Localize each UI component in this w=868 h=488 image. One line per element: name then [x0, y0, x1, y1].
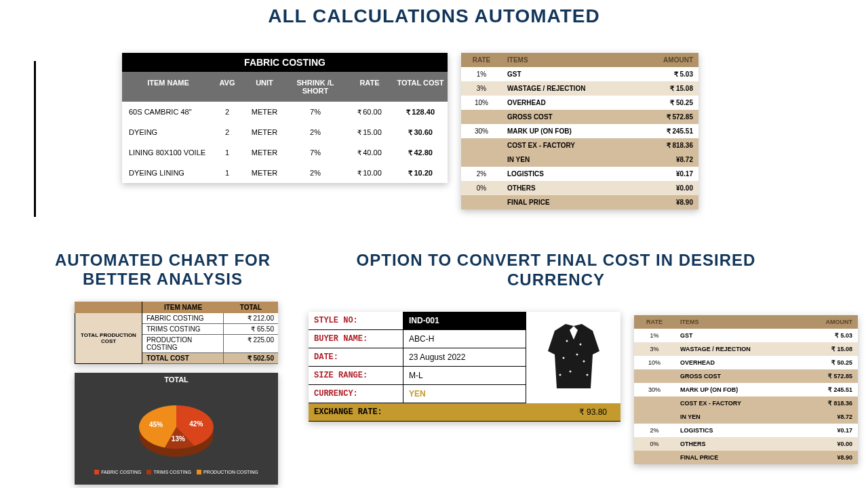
divider-line [34, 61, 36, 217]
table-row: FABRIC COSTING₹ 212.00 [142, 313, 278, 324]
label-currency: CURRENCY: [309, 385, 403, 403]
col-item-name: ITEM NAME [122, 72, 210, 102]
pie-chart-panel: TOTAL 42%13%45% FABRIC COSTINGTRIMS COST… [75, 373, 278, 485]
table-row: FINAL PRICE¥8.90 [461, 195, 698, 209]
table-row: 30%MARK UP (ON FOB)₹ 245.51 [461, 124, 698, 138]
label-exchange: EXCHANGE RATE: [309, 403, 403, 421]
svg-point-5 [579, 343, 581, 345]
prod-label: TOTAL PRODUCTION COST [75, 313, 142, 364]
table-row: LINING 80X100 VOILE1METER7%₹40.00₹42.80 [122, 142, 448, 163]
svg-point-9 [576, 353, 578, 355]
col-amount: AMOUNT [644, 53, 698, 67]
label-size: SIZE RANGE: [309, 367, 403, 384]
table-row: DYEING LINING1METER2%₹10.00₹10.20 [122, 163, 448, 183]
table-row: 3%WASTAGE / REJECTION₹ 15.08 [634, 342, 858, 356]
svg-text:13%: 13% [172, 435, 185, 443]
svg-point-11 [586, 373, 588, 375]
table-row: FINAL PRICE¥8.90 [634, 451, 858, 464]
col-shrink: SHRINK /L SHORT [285, 72, 346, 102]
headline-currency: OPTION TO CONVERT FINAL COST IN DESIRED … [346, 251, 766, 290]
col-total: TOTAL COST [393, 72, 448, 102]
table-row: TRIMS COSTING₹ 65.50 [142, 324, 278, 335]
table-row: COST EX - FACTORY₹ 818.36 [634, 396, 858, 410]
col-rate: RATE [634, 315, 675, 329]
legend-item: FABRIC COSTING [94, 470, 141, 474]
headline-main: ALL CALCULATIONS AUTOMATED [231, 5, 637, 27]
legend-item: TRIMS COSTING [146, 470, 191, 474]
svg-point-10 [559, 373, 561, 375]
table-row: 10%OVERHEAD₹ 50.25 [634, 356, 858, 369]
col-items: ITEMS [675, 315, 804, 329]
ria-header: RATE ITEMS AMOUNT [461, 53, 698, 67]
table-row: GROSS COST₹ 572.85 [634, 369, 858, 383]
svg-point-4 [566, 340, 568, 342]
production-cost-table: ITEM NAME TOTAL TOTAL PRODUCTION COST FA… [75, 302, 278, 364]
col-rate: RATE [346, 72, 393, 102]
pie-chart: 42%13%45% [108, 386, 244, 468]
col-rate: RATE [461, 53, 502, 67]
table-row: IN YEN¥8.72 [634, 410, 858, 424]
fabric-costing-table: FABRIC COSTING ITEM NAME AVG UNIT SHRINK… [122, 53, 448, 183]
col-item-name: ITEM NAME [142, 302, 224, 313]
style-info-card: STYLE NO: IND-001 BUYER NAME: ABC-H DATE… [309, 312, 620, 422]
cost-breakdown-table-2: RATE ITEMS AMOUNT 1%GST₹ 5.033%WASTAGE /… [634, 315, 858, 464]
pie-legend: FABRIC COSTINGTRIMS COSTINGPRODUCTION CO… [75, 468, 278, 476]
value-exchange: ₹ 93.80 [403, 403, 620, 421]
svg-point-7 [583, 360, 585, 362]
shirt-icon [540, 321, 608, 395]
col-items: ITEMS [502, 53, 644, 67]
product-image [526, 312, 620, 403]
row-size: SIZE RANGE: M-L [309, 367, 526, 385]
svg-point-8 [569, 370, 571, 372]
row-style-no: STYLE NO: IND-001 [309, 312, 526, 330]
prod-header-blank [75, 302, 142, 313]
label-buyer: BUYER NAME: [309, 330, 403, 348]
cost-breakdown-table-1: RATE ITEMS AMOUNT 1%GST₹ 5.033%WASTAGE /… [461, 53, 698, 209]
table-row: 3%WASTAGE / REJECTION₹ 15.08 [461, 81, 698, 96]
row-exchange: EXCHANGE RATE: ₹ 93.80 [309, 403, 620, 422]
table-row: 1%GST₹ 5.03 [634, 329, 858, 342]
col-total: TOTAL [224, 302, 278, 313]
table-row: IN YEN¥8.72 [461, 152, 698, 167]
legend-item: PRODUCTION COSTING [197, 470, 258, 474]
label-style-no: STYLE NO: [309, 312, 403, 329]
value-buyer: ABC-H [403, 330, 526, 348]
table-row: COST EX - FACTORY₹ 818.36 [461, 138, 698, 152]
table-row: DYEING2METER2%₹15.00₹30.60 [122, 122, 448, 142]
table-row: 2%LOGISTICS¥0.17 [634, 424, 858, 437]
table-row: 10%OVERHEAD₹ 50.25 [461, 96, 698, 110]
ria-header: RATE ITEMS AMOUNT [634, 315, 858, 329]
row-buyer: BUYER NAME: ABC-H [309, 330, 526, 348]
pie-title: TOTAL [75, 373, 278, 386]
svg-point-6 [562, 357, 564, 359]
value-size: M-L [403, 367, 526, 384]
prod-header: ITEM NAME TOTAL [75, 302, 278, 313]
table-row: GROSS COST₹ 572.85 [461, 110, 698, 124]
table-row: 0%OTHERS¥0.00 [461, 181, 698, 195]
value-date: 23 August 2022 [403, 348, 526, 366]
col-unit: UNIT [244, 72, 285, 102]
fabric-header: ITEM NAME AVG UNIT SHRINK /L SHORT RATE … [122, 72, 448, 102]
table-row: 1%GST₹ 5.03 [461, 67, 698, 81]
svg-text:45%: 45% [149, 421, 163, 428]
table-row: 60S CAMBRIC 48"2METER7%₹60.00₹128.40 [122, 102, 448, 122]
value-style-no: IND-001 [403, 312, 526, 329]
label-date: DATE: [309, 348, 403, 366]
row-date: DATE: 23 August 2022 [309, 348, 526, 367]
table-row: 30%MARK UP (ON FOB)₹ 245.51 [634, 383, 858, 396]
value-currency: YEN [403, 385, 526, 403]
headline-chart: AUTOMATED CHART FOR BETTER ANALYSIS [41, 251, 285, 288]
col-avg: AVG [210, 72, 244, 102]
table-row: PRODUCTION COSTING₹ 225.00 [142, 335, 278, 353]
table-row: 2%LOGISTICS¥0.17 [461, 167, 698, 181]
row-currency: CURRENCY: YEN [309, 385, 526, 403]
total-row: TOTAL COST₹ 502.50 [142, 353, 278, 364]
fabric-title: FABRIC COSTING [122, 53, 448, 72]
table-row: 0%OTHERS¥0.00 [634, 437, 858, 451]
col-amount: AMOUNT [804, 315, 858, 329]
svg-text:42%: 42% [189, 420, 203, 428]
